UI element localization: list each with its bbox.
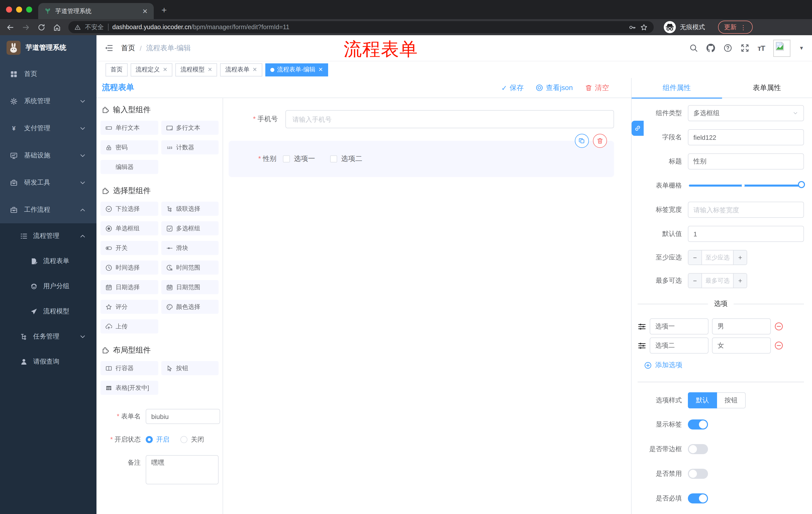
status-off-radio[interactable] xyxy=(180,436,187,443)
component-chip-checkbox-group[interactable]: 多选框组 xyxy=(161,221,219,235)
selected-field-gender[interactable]: 性别 选项一 选项二 xyxy=(229,141,614,177)
phone-input[interactable] xyxy=(285,110,614,128)
avatar[interactable] xyxy=(773,39,790,57)
help-icon[interactable] xyxy=(723,44,732,52)
update-button[interactable]: 更新 ⋮ xyxy=(718,21,752,34)
component-chip-button[interactable]: 按钮 xyxy=(161,361,219,375)
sidebar-item-user-group[interactable]: 用户分组 xyxy=(0,274,96,299)
tab-component-props[interactable]: 组件属性 xyxy=(632,78,722,98)
gender-option2-label[interactable]: 选项二 xyxy=(341,154,362,163)
font-size-icon[interactable]: тT xyxy=(757,44,765,52)
default-value-input[interactable] xyxy=(688,226,804,242)
status-off-label[interactable]: 关闭 xyxy=(191,436,204,443)
close-icon[interactable]: ✕ xyxy=(163,66,167,73)
tag-process-form-edit[interactable]: 流程表单-编辑✕ xyxy=(265,63,328,76)
copy-field-button[interactable] xyxy=(575,134,589,148)
component-chip-slider[interactable]: 滑块 xyxy=(161,241,219,255)
close-icon[interactable]: ✕ xyxy=(318,66,323,73)
save-button[interactable]: ✓ 保存 xyxy=(501,83,524,92)
sidebar-item-infra[interactable]: 基础设施 xyxy=(0,142,96,169)
add-option-button[interactable]: 添加选项 xyxy=(644,360,804,370)
option-label-input[interactable] xyxy=(650,318,708,334)
breadcrumb-home[interactable]: 首页 xyxy=(121,44,135,53)
border-toggle[interactable] xyxy=(688,444,708,454)
tag-process-model[interactable]: 流程模型✕ xyxy=(175,63,217,76)
sidebar-item-home[interactable]: 首页 xyxy=(0,60,96,87)
forward-icon[interactable] xyxy=(22,23,30,31)
status-on-label[interactable]: 开启 xyxy=(156,436,169,443)
component-chip-single-text[interactable]: 单行文本 xyxy=(100,121,158,135)
increase-icon[interactable]: ＋ xyxy=(734,250,747,265)
close-window-button[interactable] xyxy=(6,6,12,12)
component-chip-upload[interactable]: 上传 xyxy=(100,319,158,333)
component-chip-row[interactable]: 行容器 xyxy=(100,361,158,375)
option-label-input[interactable] xyxy=(650,337,708,354)
sidebar-item-leave-query[interactable]: 请假查询 xyxy=(0,349,96,374)
decrease-icon[interactable]: − xyxy=(688,274,701,288)
sidebar-item-process-model[interactable]: 流程模型 xyxy=(0,299,96,324)
back-icon[interactable] xyxy=(6,23,14,31)
component-chip-switch[interactable]: 开关 xyxy=(100,241,158,255)
browser-tab[interactable]: 芋道管理系统 ✕ xyxy=(38,3,154,19)
field-phone[interactable]: 手机号 xyxy=(229,110,614,128)
delete-field-button[interactable] xyxy=(593,134,607,148)
close-icon[interactable]: ✕ xyxy=(207,66,212,73)
component-chip-cascader[interactable]: 级联选择 xyxy=(161,202,219,216)
password-key-icon[interactable] xyxy=(629,23,636,31)
title-input[interactable] xyxy=(688,154,804,169)
grid-slider[interactable] xyxy=(689,185,801,187)
component-chip-date[interactable]: 日期选择 xyxy=(100,280,158,294)
address-bar[interactable]: 不安全 dashboard.yudao.iocoder.cn/bpm/manag… xyxy=(68,21,654,33)
component-chip-color[interactable]: 颜色选择 xyxy=(161,300,219,314)
option-value-input[interactable] xyxy=(712,337,771,354)
view-json-button[interactable]: 查看json xyxy=(536,83,573,92)
gender-option1-checkbox[interactable] xyxy=(283,155,290,162)
tab-form-props[interactable]: 表单属性 xyxy=(722,78,812,98)
component-chip-table[interactable]: 表格[开发中] xyxy=(100,381,158,395)
option-style-default[interactable]: 默认 xyxy=(688,392,717,408)
component-chip-time[interactable]: 时间选择 xyxy=(100,261,158,275)
bookmark-star-icon[interactable] xyxy=(640,23,648,31)
clear-button[interactable]: 清空 xyxy=(585,83,609,92)
component-chip-rate[interactable]: 评分 xyxy=(100,300,158,314)
gender-option1-label[interactable]: 选项一 xyxy=(294,154,315,163)
caret-down-icon[interactable]: ▼ xyxy=(799,45,804,51)
component-chip-date-range[interactable]: 日期范围 xyxy=(161,280,219,294)
sidebar-item-payment[interactable]: 支付管理 xyxy=(0,115,96,142)
reload-icon[interactable] xyxy=(37,23,46,31)
disabled-toggle[interactable] xyxy=(688,469,708,479)
increase-icon[interactable]: ＋ xyxy=(734,274,747,288)
remove-option-icon[interactable] xyxy=(774,322,783,331)
label-width-input[interactable] xyxy=(688,202,804,218)
component-chip-time-range[interactable]: 时间范围 xyxy=(161,261,219,275)
minimize-window-button[interactable] xyxy=(16,6,22,12)
component-type-select[interactable]: 多选框组 xyxy=(688,105,804,121)
sidebar-item-process-mgmt[interactable]: 流程管理 xyxy=(0,223,96,248)
github-icon[interactable] xyxy=(706,44,715,52)
component-chip-multi-text[interactable]: 多行文本 xyxy=(161,121,219,135)
min-select-value[interactable]: 至少应选 xyxy=(701,250,734,265)
max-select-value[interactable]: 最多可选 xyxy=(701,274,734,288)
required-toggle[interactable] xyxy=(688,493,708,504)
component-chip-password[interactable]: 密码 xyxy=(100,140,158,154)
show-label-toggle[interactable] xyxy=(688,420,708,430)
tag-process-form[interactable]: 流程表单✕ xyxy=(220,63,262,76)
security-label[interactable]: 不安全 xyxy=(85,23,104,31)
sidebar-item-system[interactable]: 系统管理 xyxy=(0,87,96,115)
hamburger-icon[interactable] xyxy=(105,44,113,52)
component-chip-editor[interactable]: 编辑器 xyxy=(100,160,158,174)
browser-menu-icon[interactable]: ⋮ xyxy=(740,23,747,31)
home-icon[interactable] xyxy=(53,23,61,31)
tag-home[interactable]: 首页 xyxy=(106,63,127,76)
sidebar-item-process-form[interactable]: 流程表单 xyxy=(0,248,96,274)
component-chip-radio-group[interactable]: 单选框组 xyxy=(100,221,158,235)
search-icon[interactable] xyxy=(689,44,698,52)
remove-option-icon[interactable] xyxy=(774,341,783,350)
component-chip-counter[interactable]: 计数器 xyxy=(161,140,219,154)
close-icon[interactable]: ✕ xyxy=(253,66,257,73)
close-tab-icon[interactable]: ✕ xyxy=(142,7,148,15)
new-tab-button[interactable]: ＋ xyxy=(160,4,168,16)
drag-handle-icon[interactable] xyxy=(638,322,646,331)
form-name-input[interactable] xyxy=(146,409,220,424)
option-value-input[interactable] xyxy=(712,318,771,334)
